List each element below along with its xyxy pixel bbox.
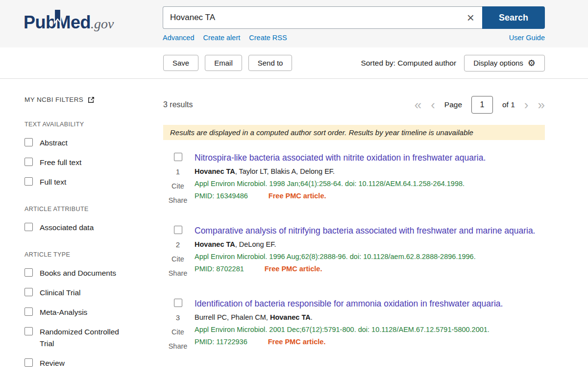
result-number: 2: [176, 240, 180, 249]
last-page-icon[interactable]: »: [538, 98, 545, 111]
filter-label: Free full text: [40, 157, 81, 168]
free-pmc-badge: Free PMC article.: [268, 338, 326, 346]
search-result: 3 Cite Share Identification of bacteria …: [163, 298, 545, 350]
result-citation: Appl Environ Microbiol. 1998 Jan;64(1):2…: [195, 180, 545, 188]
logo-text-med: Med: [56, 12, 91, 33]
section-heading: TEXT AVAILABILITY: [24, 121, 163, 128]
results-toolbar: Save Email Send to Sorted by: Computed a…: [0, 47, 588, 79]
search-result: 1 Cite Share Nitrospira-like bacteria as…: [163, 152, 545, 204]
create-rss-link[interactable]: Create RSS: [249, 34, 287, 42]
pubmed-search-results-page: Pub Med .gov × Search Advanced Create al…: [0, 0, 588, 378]
result-content: Nitrospira-like bacteria associated with…: [193, 152, 545, 204]
clear-search-icon[interactable]: ×: [462, 11, 479, 24]
filter-books-and-documents[interactable]: Books and Documents: [24, 268, 163, 279]
pmid-value: PMID: 8702281: [195, 265, 244, 273]
previous-page-icon[interactable]: ‹: [431, 98, 435, 111]
checkbox[interactable]: [24, 327, 33, 335]
external-link-icon: [88, 96, 95, 103]
create-alert-link[interactable]: Create alert: [203, 34, 241, 42]
logo-text-pub: Pub: [24, 12, 56, 33]
filter-section-article-attribute: ARTICLE ATTRIBUTE Associated data: [24, 206, 163, 234]
checkbox[interactable]: [24, 307, 33, 316]
result-checkbox[interactable]: [174, 299, 182, 307]
filter-free-full-text[interactable]: Free full text: [24, 158, 163, 168]
page-number-input[interactable]: [471, 96, 493, 114]
result-pmid-line: PMID: 8702281 Free PMC article.: [195, 265, 545, 273]
result-number: 3: [176, 313, 180, 322]
share-button[interactable]: Share: [169, 269, 188, 277]
my-ncbi-filters-link[interactable]: MY NCBI FILTERS: [24, 96, 163, 103]
checkbox[interactable]: [24, 223, 33, 231]
result-citation: Appl Environ Microbiol. 2001 Dec;67(12):…: [195, 326, 545, 333]
result-content: Comparative analysis of nitrifying bacte…: [193, 225, 545, 277]
cite-button[interactable]: Cite: [172, 328, 184, 336]
bookmark-ribbon-icon: [53, 9, 62, 24]
cite-button[interactable]: Cite: [172, 255, 184, 263]
checkbox[interactable]: [24, 177, 33, 186]
result-pmid-line: PMID: 11722936 Free PMC article.: [195, 338, 545, 346]
result-authors: Burrell PC, Phalen CM, Hovanec TA.: [195, 313, 545, 321]
result-gutter: 3 Cite Share: [163, 298, 193, 350]
filter-associated-data[interactable]: Associated data: [24, 223, 163, 234]
checkbox[interactable]: [24, 288, 33, 296]
display-options-label: Display options: [473, 59, 523, 67]
search-button[interactable]: Search: [482, 6, 545, 29]
advanced-link[interactable]: Advanced: [163, 34, 195, 42]
email-button[interactable]: Email: [205, 55, 242, 71]
result-citation: Appl Environ Microbiol. 1996 Aug;62(8):2…: [195, 253, 545, 260]
result-gutter: 2 Cite Share: [163, 225, 193, 277]
result-title-link[interactable]: Comparative analysis of nitrifying bacte…: [195, 225, 535, 237]
send-to-button[interactable]: Send to: [248, 55, 293, 71]
logo-text-gov: .gov: [91, 16, 114, 32]
next-page-icon[interactable]: ›: [524, 98, 529, 111]
result-number: 1: [176, 167, 180, 176]
page-body: MY NCBI FILTERS TEXT AVAILABILITY Abstra…: [0, 79, 588, 378]
user-guide-link[interactable]: User Guide: [509, 34, 545, 42]
page-of-label: of 1: [502, 100, 515, 109]
search-result: 2 Cite Share Comparative analysis of nit…: [163, 225, 545, 277]
filter-label: Review: [40, 357, 65, 369]
share-button[interactable]: Share: [169, 196, 188, 204]
free-pmc-badge: Free PMC article.: [269, 192, 326, 200]
filter-label: Clinical Trial: [40, 287, 81, 299]
filter-label: Randomized Controlled Trial: [40, 326, 132, 350]
checkbox[interactable]: [24, 268, 33, 277]
share-button[interactable]: Share: [169, 342, 188, 350]
pubmed-logo[interactable]: Pub Med .gov: [24, 12, 114, 47]
cite-button[interactable]: Cite: [172, 182, 184, 190]
result-title-link[interactable]: Identification of bacteria responsible f…: [195, 298, 503, 310]
checkbox[interactable]: [24, 158, 33, 166]
result-title-link[interactable]: Nitrospira-like bacteria associated with…: [195, 152, 486, 164]
search-area: × Search Advanced Create alert Create RS…: [163, 6, 545, 47]
filter-label: Associated data: [40, 222, 94, 234]
section-heading: ARTICLE ATTRIBUTE: [24, 206, 163, 213]
result-content: Identification of bacteria responsible f…: [193, 298, 545, 350]
result-checkbox[interactable]: [174, 153, 182, 161]
pmid-value: PMID: 16349486: [195, 192, 248, 200]
result-authors: Hovanec TA, DeLong EF.: [195, 240, 545, 248]
result-checkbox[interactable]: [174, 226, 182, 234]
filter-full-text[interactable]: Full text: [24, 177, 163, 188]
first-page-icon[interactable]: «: [415, 98, 421, 111]
filter-label: Full text: [40, 176, 66, 188]
my-ncbi-filters-label: MY NCBI FILTERS: [24, 96, 83, 103]
filter-randomized-controlled-trial[interactable]: Randomized Controlled Trial: [24, 327, 163, 350]
result-pmid-line: PMID: 16349486 Free PMC article.: [195, 192, 545, 200]
checkbox[interactable]: [24, 358, 33, 367]
filter-abstract[interactable]: Abstract: [24, 138, 163, 149]
results-count: 3 results: [163, 100, 193, 109]
filter-meta-analysis[interactable]: Meta-Analysis: [24, 307, 163, 318]
display-options-button[interactable]: Display options ⚙: [464, 55, 545, 71]
filter-review[interactable]: Review: [24, 358, 163, 369]
search-input[interactable]: [163, 6, 482, 29]
sorted-by-label: Sorted by: Computed author: [361, 59, 456, 68]
gear-icon: ⚙: [528, 59, 536, 68]
filter-label: Meta-Analysis: [40, 307, 87, 318]
filter-section-article-type: ARTICLE TYPE Books and Documents Clinica…: [24, 251, 163, 378]
pagination: « ‹ Page of 1 › »: [415, 96, 545, 114]
filter-clinical-trial[interactable]: Clinical Trial: [24, 288, 163, 299]
save-button[interactable]: Save: [163, 55, 198, 71]
sort-order-notice: Results are displayed in a computed auth…: [163, 125, 545, 140]
search-links-row: Advanced Create alert Create RSS User Gu…: [163, 34, 545, 42]
checkbox[interactable]: [24, 138, 33, 146]
